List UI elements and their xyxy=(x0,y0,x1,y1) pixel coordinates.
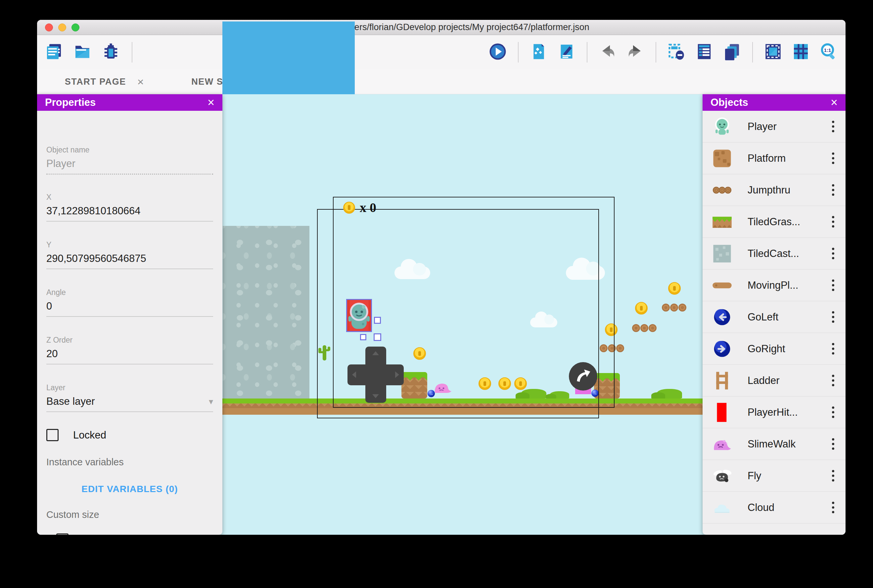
tiledcastle-icon xyxy=(712,243,732,264)
playerhitbox-icon xyxy=(712,402,732,423)
play-button[interactable] xyxy=(488,43,507,62)
custom-size-enabled-checkbox[interactable] xyxy=(56,533,69,535)
object-menu-button[interactable] xyxy=(826,278,840,293)
export-icon xyxy=(529,42,548,62)
object-row-goleft[interactable]: GoLeft xyxy=(703,301,846,333)
project-manager-button[interactable] xyxy=(44,43,63,62)
custom-size-label: Custom size xyxy=(46,509,99,520)
jumpthru-log-sprite[interactable] xyxy=(670,304,678,312)
layer-field: Layer Base layer ▾ xyxy=(46,383,213,412)
object-menu-button[interactable] xyxy=(826,182,840,198)
object-name-field: Object name xyxy=(46,146,213,175)
object-row-platform[interactable]: Platform xyxy=(703,142,846,174)
object-name-input[interactable] xyxy=(46,158,213,175)
jumpthru-log-sprite[interactable] xyxy=(678,304,686,312)
object-row-movingpl[interactable]: MovingPl... xyxy=(703,270,846,301)
angle-field: Angle xyxy=(46,288,213,317)
object-label: Ladder xyxy=(748,375,826,387)
object-row-playerhit[interactable]: PlayerHit... xyxy=(703,396,846,428)
object-row-goright[interactable]: GoRight xyxy=(703,333,846,365)
coin-sprite[interactable] xyxy=(668,282,681,295)
object-menu-button[interactable] xyxy=(826,214,840,230)
tab-close-icon[interactable]: × xyxy=(137,75,144,88)
y-input[interactable] xyxy=(46,253,213,269)
grid-icon xyxy=(792,42,810,62)
locked-checkbox[interactable] xyxy=(46,429,59,441)
object-menu-button[interactable] xyxy=(826,309,840,325)
close-window-button[interactable] xyxy=(45,24,53,32)
objects-panel-title: Objects xyxy=(711,97,748,108)
redo-button[interactable] xyxy=(626,43,645,62)
object-menu-button[interactable] xyxy=(826,150,840,166)
debugger-button[interactable] xyxy=(101,43,120,62)
jumpthru-log-sprite[interactable] xyxy=(632,324,640,332)
layers-button[interactable] xyxy=(723,43,742,62)
jumpthru-log-sprite[interactable] xyxy=(649,324,657,332)
object-row-fly[interactable]: Fly xyxy=(703,460,846,492)
jumpthru-log-sprite[interactable] xyxy=(662,304,670,312)
object-menu-button[interactable] xyxy=(826,119,840,134)
edit-variables-button[interactable]: EDIT VARIABLES (0) xyxy=(37,484,222,494)
toolbar-separator xyxy=(752,42,753,63)
object-menu-button[interactable] xyxy=(826,341,840,357)
open-project-button[interactable] xyxy=(73,43,92,62)
object-row-tiledgras[interactable]: TiledGras... xyxy=(703,206,846,238)
jumpthru-log-sprite[interactable] xyxy=(616,344,624,352)
layer-select[interactable]: Base layer ▾ xyxy=(46,396,213,412)
instances-list-button[interactable] xyxy=(695,43,714,62)
object-row-slimewalk[interactable]: SlimeWalk xyxy=(703,428,846,460)
enabled-row: Enabled? xyxy=(56,533,126,535)
coin-sprite[interactable] xyxy=(635,302,648,315)
grid-button[interactable] xyxy=(791,43,810,62)
properties-panel: Properties × Object name X Y Angle xyxy=(37,94,222,535)
properties-panel-body: Object name X Y Angle Z Order xyxy=(37,111,222,535)
tab-bar: START PAGE × NEW SCENE × NEW SCENE (EVEN… xyxy=(37,69,846,94)
zoom-button[interactable]: 1:1 xyxy=(819,43,838,62)
mask-icon xyxy=(764,42,782,62)
minimize-window-button[interactable] xyxy=(58,24,66,32)
object-menu-button[interactable] xyxy=(826,373,840,388)
object-menu-button[interactable] xyxy=(826,500,840,515)
object-row-ladder[interactable]: Ladder xyxy=(703,365,846,396)
x-input[interactable] xyxy=(46,205,213,222)
object-menu-button[interactable] xyxy=(826,468,840,483)
x-field: X xyxy=(46,193,213,222)
x-label: X xyxy=(46,193,213,202)
layer-label: Layer xyxy=(46,383,213,392)
player-icon xyxy=(712,116,732,137)
close-icon[interactable]: × xyxy=(207,96,215,110)
delete-instances-button[interactable] xyxy=(667,43,686,62)
export-button[interactable] xyxy=(529,43,548,62)
object-menu-button[interactable] xyxy=(826,436,840,452)
object-row-cloud[interactable]: Cloud xyxy=(703,492,846,524)
object-label: PlayerHit... xyxy=(748,406,826,418)
zorder-label: Z Order xyxy=(46,336,213,345)
scene-canvas[interactable]: →→ x 0 xyxy=(222,96,703,535)
properties-panel-title: Properties xyxy=(45,97,96,108)
angle-input[interactable] xyxy=(46,300,213,317)
undo-button[interactable] xyxy=(598,43,617,62)
mask-button[interactable] xyxy=(763,43,783,62)
camera-bounds-rect xyxy=(333,197,615,408)
ladder-icon xyxy=(712,370,732,391)
edit-scene-button[interactable] xyxy=(557,43,576,62)
zoom-icon: 1:1 xyxy=(819,42,838,62)
object-row-tiledcast[interactable]: TiledCast... xyxy=(703,238,846,270)
object-row-jumpthru[interactable]: Jumpthru xyxy=(703,174,846,206)
zorder-field: Z Order xyxy=(46,336,213,364)
fly-icon xyxy=(712,466,732,486)
object-row-player[interactable]: Player xyxy=(703,111,846,142)
castle-wall-sprite[interactable] xyxy=(223,226,310,399)
object-menu-button[interactable] xyxy=(826,405,840,420)
enabled-label: Enabled? xyxy=(83,534,126,535)
zoom-window-button[interactable] xyxy=(72,24,80,32)
object-menu-button[interactable] xyxy=(826,246,840,261)
tab-start-page[interactable]: START PAGE × xyxy=(37,69,172,94)
bush-sprite[interactable] xyxy=(657,389,682,399)
app-window: GDevelop - /Users/florian/GDevelop proje… xyxy=(37,20,846,535)
jumpthru-log-sprite[interactable] xyxy=(640,324,648,332)
close-icon[interactable]: × xyxy=(831,96,838,110)
zorder-input[interactable] xyxy=(46,348,213,364)
objects-panel: Objects × Player Platform Jumpthru Tiled… xyxy=(703,94,846,535)
debugger-icon xyxy=(102,42,120,62)
